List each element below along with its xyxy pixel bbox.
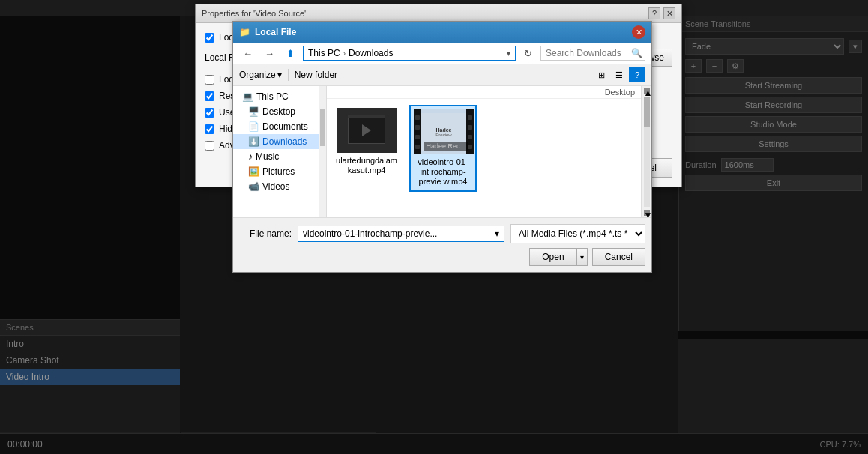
- open-btn-group: Open ▾: [529, 248, 587, 266]
- file-bottom: File name: ▾ All Media Files (*.mp4 *.ts…: [233, 217, 651, 272]
- view-buttons: ⊞ ☰ ?: [593, 67, 645, 82]
- tree-documents[interactable]: 📄 Documents: [233, 119, 319, 134]
- scroll-up[interactable]: ▲: [644, 88, 650, 94]
- properties-close-button[interactable]: ✕: [663, 7, 675, 19]
- hardware-checkbox[interactable]: [205, 108, 214, 118]
- cancel-button[interactable]: Cancel: [592, 248, 645, 266]
- local-file-checkbox[interactable]: [205, 33, 214, 43]
- organize-arrow: ▾: [277, 70, 282, 80]
- film-hole: [468, 115, 472, 120]
- file-content: ulartedungdalam kasut.mp4: [327, 99, 641, 217]
- localfile-window: 📁 Local File ✕ ← → ⬆ This PC › Downloads…: [232, 21, 652, 273]
- toolbar-divider: [288, 69, 289, 81]
- filetype-select[interactable]: All Media Files (*.mp4 *.ts *.mo: [510, 224, 645, 243]
- dialog-buttons: Open ▾ Cancel: [239, 248, 645, 266]
- downloads-label: Downloads: [262, 136, 307, 147]
- file-item-1[interactable]: ulartedungdalam kasut.mp4: [333, 105, 400, 192]
- film-strip-left: [414, 109, 421, 154]
- music-icon: ♪: [248, 151, 253, 162]
- nav-tree: 💻 This PC 🖥️ Desktop 📄 Documents ⬇️ Down…: [233, 86, 319, 217]
- file-header-row: Desktop: [327, 86, 641, 99]
- properties-help-button[interactable]: ?: [648, 7, 660, 19]
- breadcrumb-bar[interactable]: This PC › Downloads ▾: [303, 46, 516, 61]
- filename-input[interactable]: [303, 228, 495, 239]
- film-hole: [468, 135, 472, 139]
- view-help-button[interactable]: ?: [629, 67, 645, 82]
- up-button[interactable]: ⬆: [283, 46, 298, 61]
- videos-icon: 📹: [248, 181, 259, 192]
- film-hole: [415, 125, 420, 130]
- properties-title-text: Properties for 'Video Source': [202, 9, 306, 18]
- tree-scrollbar[interactable]: [319, 86, 327, 217]
- file-thumb-2: Hadee Preview Hadee Rec...: [414, 109, 474, 154]
- search-icon: 🔍: [631, 48, 642, 58]
- localfile-titlebar: 📁 Local File ✕: [233, 22, 651, 43]
- documents-label: Documents: [262, 121, 308, 132]
- organize-label: Organize: [239, 70, 276, 80]
- restart-checkbox[interactable]: [205, 91, 214, 101]
- file-browser: 💻 This PC 🖥️ Desktop 📄 Documents ⬇️ Down…: [233, 86, 651, 217]
- this-pc-icon: 💻: [242, 91, 253, 102]
- view-icons-button[interactable]: ⊞: [593, 67, 609, 82]
- back-button[interactable]: ←: [239, 46, 256, 61]
- pictures-icon: 🖼️: [248, 166, 259, 177]
- localfile-title-text: Local File: [255, 27, 296, 37]
- breadcrumb-dropdown[interactable]: ▾: [507, 49, 510, 58]
- hadee-text: Hadee Rec...: [424, 142, 468, 151]
- downloads-icon: ⬇️: [248, 136, 259, 147]
- loop-checkbox[interactable]: [205, 75, 214, 85]
- desktop-label: Desktop: [262, 106, 295, 117]
- tree-pictures[interactable]: 🖼️ Pictures: [233, 164, 319, 179]
- search-box[interactable]: 🔍: [540, 46, 645, 61]
- music-label: Music: [256, 151, 279, 162]
- tree-downloads[interactable]: ⬇️ Downloads: [233, 134, 319, 149]
- address-bar: ← → ⬆ This PC › Downloads ▾ ↻ 🔍: [233, 43, 651, 64]
- file-scrollbar[interactable]: ▲ ▼: [641, 86, 651, 217]
- localfile-close-button[interactable]: ✕: [632, 25, 645, 39]
- film-hole: [468, 145, 472, 149]
- right-column-header: Desktop: [605, 88, 635, 97]
- properties-title: Properties for 'Video Source': [202, 9, 306, 18]
- videos-label: Videos: [262, 181, 289, 192]
- film-hole: [468, 125, 472, 130]
- filename-row: File name: ▾ All Media Files (*.mp4 *.ts…: [239, 224, 645, 243]
- hide-checkbox[interactable]: [205, 124, 214, 134]
- file-area: Desktop ulartedungdalam kasut.mp4: [327, 86, 641, 217]
- breadcrumb-arrow-1: ›: [343, 49, 346, 58]
- file-name-2: videointro-01-int rochamp-previe w.mp4: [414, 157, 472, 187]
- advanced-checkbox[interactable]: [205, 141, 214, 151]
- file-item-2[interactable]: Hadee Preview Hadee Rec... videointro-01…: [409, 105, 477, 192]
- filename-input-wrapper[interactable]: ▾: [298, 226, 504, 242]
- search-input[interactable]: [546, 48, 628, 58]
- tree-desktop[interactable]: 🖥️ Desktop: [233, 104, 319, 119]
- new-folder-button[interactable]: New folder: [295, 70, 337, 80]
- scrollbar-track: [644, 97, 650, 207]
- scroll-down[interactable]: ▼: [644, 210, 650, 216]
- breadcrumb-this-pc[interactable]: This PC: [308, 48, 340, 58]
- tree-videos[interactable]: 📹 Videos: [233, 179, 319, 194]
- organize-button[interactable]: Organize ▾: [239, 70, 282, 80]
- pictures-label: Pictures: [262, 166, 295, 177]
- forward-button[interactable]: →: [261, 46, 278, 61]
- tree-this-pc[interactable]: 💻 This PC: [233, 89, 319, 104]
- filename-dropdown[interactable]: ▾: [495, 228, 499, 239]
- file-thumb-1: [337, 108, 397, 153]
- breadcrumb-downloads[interactable]: Downloads: [349, 48, 393, 58]
- this-pc-label: This PC: [256, 91, 289, 102]
- view-list-button[interactable]: ☰: [611, 67, 627, 82]
- localfile-title-icon: 📁: [239, 27, 250, 37]
- filename-label: File name:: [239, 228, 292, 239]
- documents-icon: 📄: [248, 121, 259, 132]
- tree-music[interactable]: ♪ Music: [233, 149, 319, 164]
- open-dropdown-button[interactable]: ▾: [577, 248, 588, 266]
- tree-scrollbar-thumb: [320, 109, 325, 146]
- film-hole: [415, 145, 420, 149]
- scrollbar-thumb[interactable]: [644, 97, 650, 127]
- refresh-button[interactable]: ↻: [520, 46, 536, 61]
- localfile-title: 📁 Local File: [239, 27, 296, 37]
- open-button[interactable]: Open: [529, 248, 576, 266]
- file-name-1: ulartedungdalam kasut.mp4: [336, 156, 397, 175]
- film-hole: [415, 135, 420, 139]
- film-hole: [415, 115, 420, 120]
- toolbar-row: Organize ▾ New folder ⊞ ☰ ?: [233, 64, 651, 86]
